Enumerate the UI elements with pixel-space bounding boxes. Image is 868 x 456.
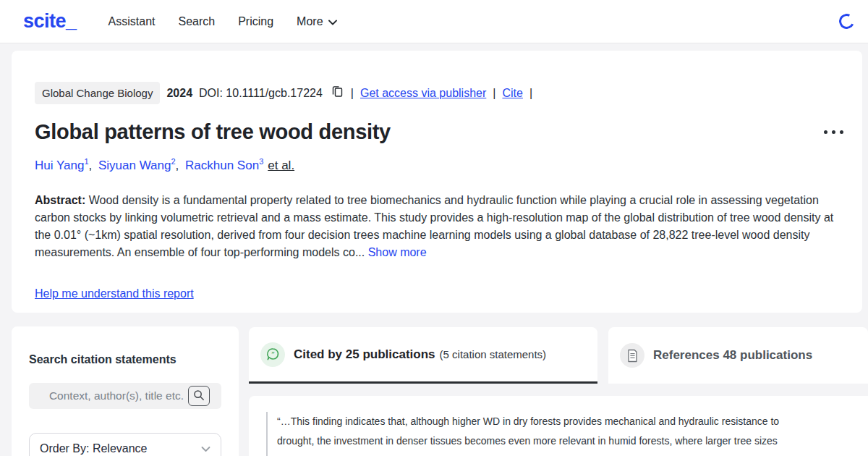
citation-statements-panel: “…This finding indicates that, although … [249, 396, 868, 456]
get-access-link[interactable]: Get access via publisher [360, 87, 486, 100]
show-more-link[interactable]: Show more [368, 246, 427, 258]
citation-statement-quote: “…This finding indicates that, although … [266, 412, 781, 456]
tab-cited-by[interactable]: ” Cited by 25 publications (5 citation s… [249, 327, 597, 384]
paper-meta-row: Global Change Biology 2024 DOI: 10.1111/… [35, 82, 839, 104]
copy-doi-button[interactable] [331, 85, 344, 101]
abstract: Abstract: Wood density is a fundamental … [35, 192, 839, 261]
order-by-value: Order By: Relevance [40, 442, 148, 455]
more-options-button[interactable] [821, 127, 846, 137]
nav-more-label: More [297, 15, 323, 28]
et-al-link[interactable]: et al. [268, 159, 294, 172]
separator: | [351, 87, 354, 100]
references-document-icon [620, 343, 644, 368]
author-separator: , [89, 159, 93, 172]
main-nav: Assistant Search Pricing More [109, 15, 337, 28]
abstract-text: Wood density is a fundamental property r… [35, 194, 833, 258]
chevron-down-icon [328, 15, 337, 28]
chevron-down-icon [201, 442, 210, 455]
paper-card: Global Change Biology 2024 DOI: 10.1111/… [12, 51, 862, 313]
scite-logo[interactable]: scite_ [23, 10, 77, 33]
affiliation-superscript: 2 [171, 157, 175, 166]
loading-spinner-icon [837, 12, 856, 31]
separator: | [529, 87, 532, 100]
citation-search-box [29, 383, 221, 409]
svg-text:”: ” [271, 350, 274, 358]
cited-by-label: Cited by 25 publications [294, 347, 435, 362]
author-link[interactable]: Siyuan Wang2 [98, 159, 176, 172]
copy-icon [331, 85, 344, 101]
affiliation-superscript: 3 [259, 157, 263, 166]
affiliation-superscript: 1 [84, 157, 88, 166]
search-submit-button[interactable] [188, 386, 210, 406]
doi-text: DOI: 10.1111/gcb.17224 [199, 87, 323, 100]
order-by-dropdown[interactable]: Order By: Relevance [29, 433, 221, 456]
nav-more[interactable]: More [297, 15, 336, 28]
page: scite_ Assistant Search Pricing More Glo… [0, 0, 868, 456]
nav-assistant[interactable]: Assistant [109, 15, 156, 28]
help-understand-link[interactable]: Help me understand this report [35, 287, 194, 300]
separator: | [493, 87, 495, 100]
citation-speech-bubble-icon: ” [260, 342, 285, 367]
top-nav: scite_ Assistant Search Pricing More [0, 0, 868, 43]
journal-badge[interactable]: Global Change Biology [35, 82, 160, 104]
publication-year: 2024 [166, 87, 192, 100]
author-list: Hui Yang1, Siyuan Wang2, Rackhun Son3et … [35, 157, 839, 173]
ellipsis-menu-icon [824, 130, 827, 134]
citation-statements-count: (5 citation statements) [440, 348, 547, 360]
citation-search-panel: Search citation statements Order By: Rel… [12, 326, 239, 456]
author-link[interactable]: Hui Yang1 [35, 159, 89, 172]
nav-search[interactable]: Search [178, 15, 215, 28]
nav-pricing[interactable]: Pricing [238, 15, 273, 28]
author-separator: , [176, 159, 179, 172]
references-label: References 48 publications [653, 348, 812, 363]
paper-title: Global patterns of tree wood density [35, 120, 839, 144]
author-link[interactable]: Rackhun Son3 [185, 159, 263, 172]
search-panel-heading: Search citation statements [29, 353, 221, 366]
search-icon [193, 389, 205, 403]
tab-references[interactable]: References 48 publications [608, 327, 868, 384]
abstract-label: Abstract: [35, 194, 85, 206]
cite-link[interactable]: Cite [502, 87, 522, 100]
